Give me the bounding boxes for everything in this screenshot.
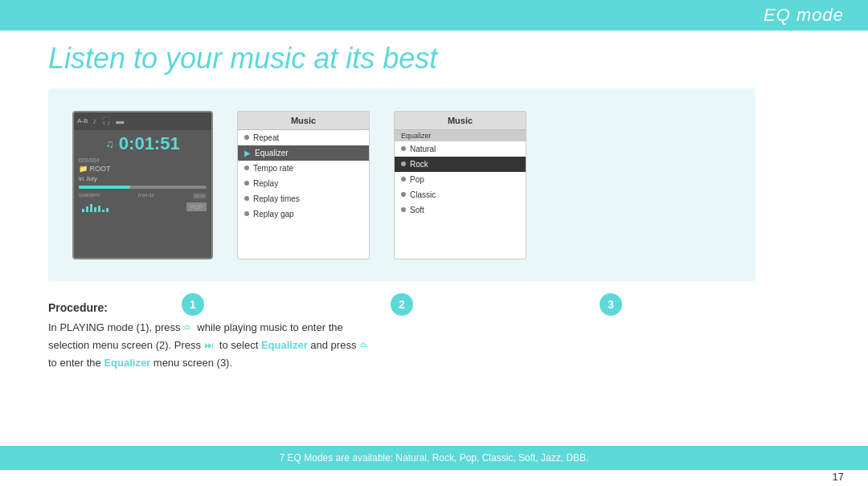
bottom-bar-text: 7 EQ Modes are available: Natural, Rock,… [280,452,589,464]
folder-icon: 📁 [79,165,88,173]
menu2-item-repeat: Repeat [238,130,369,145]
eq-bar-6 [102,210,104,212]
dot-icon-5 [244,211,249,216]
eq-bar-4 [94,207,96,212]
eq-bars [79,202,112,212]
headphone-icon: 🎧 [101,116,111,125]
music-note-icon: ♪ [92,116,96,125]
dot-icon [244,135,249,140]
dot-icon-3 [244,181,249,186]
eq-bar-5 [98,206,100,212]
folder-label: 📁 ROOT [74,163,211,174]
eq-bar-7 [106,208,108,212]
device-top-bar: A-B ♪ 🎧 ▬ [74,112,211,130]
nor-label: NOR [193,193,207,199]
main-heading: Listen to your music at its best [48,42,437,76]
track-number: 003/004 [74,157,211,163]
menu-symbol-2: ≏ [359,340,367,351]
dot-icon-soft [401,207,406,212]
dot-icon-pop [401,177,406,182]
bottom-info-bar: 7 EQ Modes are available: Natural, Rock,… [0,446,868,470]
dot-icon-2 [244,165,249,170]
menu-screen-2: Music Repeat ▶ Equalizer Tempo rate Repl… [237,111,370,259]
top-bar: EQ mode [0,0,868,31]
procedure-section: Procedure: In PLAYING mode (1), press ≏ … [48,301,755,372]
equalizer-highlight-2: Equalizer [104,357,150,369]
duration-label: 0:04:32 [138,193,154,199]
progress-fill [79,186,130,189]
menu2-header: Music [238,112,369,130]
battery-icon: ▬ [116,116,124,125]
eq-bar-1 [82,209,84,212]
menu3-item-soft: Soft [395,202,526,218]
procedure-text: In PLAYING mode (1), press ≏ while playi… [48,319,755,372]
equalizer-highlight-1: Equalizer [261,339,308,351]
song-label: in July [74,174,211,183]
menu3-header: Music [395,112,526,130]
device-screen-1: A-B ♪ 🎧 ▬ ♫ 0:01:51 003/004 📁 ROOT in Ju… [72,111,213,259]
playback-time: ♫ 0:01:51 [74,130,211,157]
eq-bar-3 [90,204,92,212]
page-title: EQ mode [764,5,844,26]
menu2-item-replay-gap: Replay gap [238,206,369,222]
menu3-item-natural: Natural [395,141,526,157]
menu2-item-replay-times: Replay times [238,191,369,206]
menu-symbol-1: ≏ [183,322,191,333]
next-symbol: ⏭ [204,340,214,351]
menu3-subheader: Equalizer [395,130,526,141]
ab-label: A-B [77,117,88,125]
dot-icon-nat [401,146,406,151]
menu2-item-tempo: Tempo rate [238,161,369,176]
page-number: 17 [833,471,844,483]
eq-bar-2 [86,206,88,212]
dot-icon-classic [401,192,406,197]
menu3-item-pop: Pop [395,172,526,187]
info-row: 160KBPS 0:04:32 NOR [74,191,211,201]
progress-bar [79,186,207,189]
procedure-title: Procedure: [48,301,755,314]
demo-area: A-B ♪ 🎧 ▬ ♫ 0:01:51 003/004 📁 ROOT in Ju… [48,88,755,281]
device-bottom: POP [74,201,211,214]
play-icon: ♫ [105,137,114,150]
menu-screen-3: Music Equalizer Natural Rock Pop Classic… [394,111,526,259]
menu2-item-equalizer: ▶ Equalizer [238,145,369,161]
dot-icon-rock [401,161,406,166]
bitrate-label: 160KBPS [79,193,100,199]
eq-mode-label: POP [186,202,207,211]
menu3-item-classic: Classic [395,187,526,202]
menu2-item-replay: Replay [238,176,369,191]
arrow-icon: ▶ [244,149,251,157]
dot-icon-4 [244,196,249,201]
menu3-item-rock: Rock [395,157,526,172]
